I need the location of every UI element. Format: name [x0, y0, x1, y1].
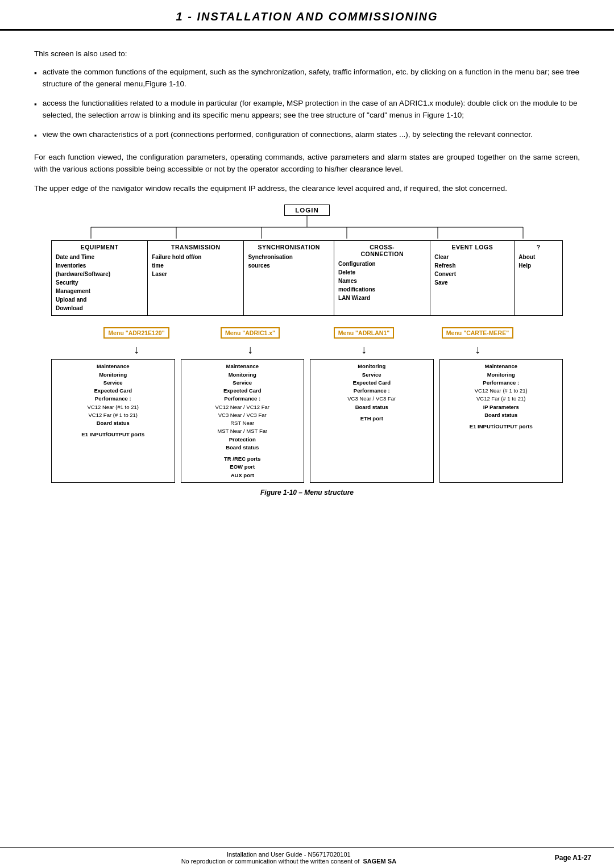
card-carte: Maintenance Monitoring Performance : VC1… [439, 359, 563, 483]
equipment-item-2: Inventories(hardware/Software) [56, 261, 143, 278]
eventlogs-item-3: Convert [434, 270, 510, 278]
carte-vc12far: VC12 Far (# 1 to 21) [445, 395, 558, 403]
eventlogs-item-1: Clear [434, 253, 510, 261]
carte-label: Menu "CARTE-MERE" [442, 327, 513, 339]
arrow-1: ↓ [80, 343, 193, 356]
adric-expectedcard: Expected Card [186, 387, 300, 395]
bottom-section: Maintenance Monitoring Service Expected … [51, 359, 563, 483]
adric-auxport: AUX port [186, 471, 300, 479]
eventlogs-item-2: Refresh [434, 261, 510, 270]
adric-label: Menu "ADRIC1.x" [221, 327, 280, 339]
adric-rstnear: RST Near [186, 419, 300, 427]
menu-col-sync: SYNCHRONISATION Synchronisationsources [244, 241, 334, 316]
adric-maintenance: Maintenance [186, 362, 300, 370]
page: 1 - INSTALLATION AND COMMISSIONING This … [0, 0, 614, 868]
carte-ipparams: IP Parameters [445, 403, 558, 411]
diagram-wrapper: LOGIN [51, 205, 563, 502]
login-row: LOGIN [51, 205, 563, 216]
carte-boardstatus: Board status [445, 411, 558, 419]
adrlan-expectedcard: Expected Card [315, 379, 429, 387]
adrlan-service: Service [315, 371, 429, 379]
login-connector-svg [51, 216, 563, 239]
sync-item-1: Synchronisationsources [248, 253, 330, 270]
arrow-4: ↓ [421, 343, 534, 356]
adric-vc12: VC12 Near / VC12 Far [186, 403, 300, 411]
equipment-item-1: Date and Time [56, 253, 143, 261]
adric-trports: TR /REC ports [186, 455, 300, 463]
para-2: The upper edge of the navigator window r… [34, 182, 580, 195]
adr21-performance: Performance : [56, 395, 170, 403]
help-title: ? [518, 244, 558, 251]
adr21-e1ports: E1 INPUT/OUTPUT ports [56, 431, 170, 439]
adr21-vc12far: VC12 Far (# 1 to 21) [56, 411, 170, 419]
adric-eowport: EOW port [186, 463, 300, 471]
adric-vc3: VC3 Near / VC3 Far [186, 411, 300, 419]
menu-col-transmission: TRANSMISSION Failure hold off/ontime Las… [148, 241, 244, 316]
equipment-item-3: Security [56, 278, 143, 287]
card-adric: Maintenance Monitoring Service Expected … [181, 359, 305, 483]
figure-caption: Figure 1-10 – Menu structure [51, 489, 563, 496]
cross-item-2: Delete [338, 268, 426, 277]
adrlan-performance: Performance : [315, 387, 429, 395]
cross-item-4: LAN Wizard [338, 294, 426, 302]
para-1: For each function viewed, the configurat… [34, 151, 580, 176]
bullet-text-3: view the own characteristics of a port (… [43, 128, 533, 141]
help-item-2: Help [518, 261, 558, 270]
adr21-boardstatus: Board status [56, 419, 170, 427]
content-area: This screen is also used to: activate th… [0, 31, 614, 519]
cross-item-1: Configuration [338, 260, 426, 268]
card-adrlan: Monitoring Service Expected Card Perform… [310, 359, 434, 483]
menu-col-equipment: EQUIPMENT Date and Time Inventories(hard… [52, 241, 148, 316]
adric-boardstatus: Board status [186, 444, 300, 452]
carte-monitoring: Monitoring [445, 371, 558, 379]
spacer-1 [51, 316, 563, 327]
adric-mst: MST Near / MST Far [186, 427, 300, 435]
bottom-menu-adrlan: Menu "ADRLAN1" [307, 327, 421, 342]
adric-service: Service [186, 379, 300, 387]
equipment-title: EQUIPMENT [56, 244, 143, 251]
eventlogs-item-4: Save [434, 278, 510, 287]
bottom-menus-labels: Menu "ADR21E120" Menu "ADRIC1.x" Menu "A… [51, 327, 563, 342]
adrlan-ethport: ETH port [315, 415, 429, 423]
footer-left: Installation and User Guide - N567170201… [23, 851, 555, 865]
transmission-item-2: Laser [152, 270, 239, 278]
intro-lead: This screen is also used to: [34, 48, 580, 60]
menu-col-cross: CROSS-CONNECTION Configuration Delete Na… [334, 241, 430, 316]
page-footer: Installation and User Guide - N567170201… [0, 847, 614, 868]
transmission-title: TRANSMISSION [152, 244, 239, 251]
menu-table: EQUIPMENT Date and Time Inventories(hard… [51, 240, 563, 316]
adric-performance: Performance : [186, 395, 300, 403]
bullet-list: activate the common functions of the equ… [34, 66, 580, 142]
adr21-vc12near: VC12 Near (#1 to 21) [56, 403, 170, 411]
footer-line2: No reproduction or communication without… [23, 858, 555, 865]
menu-col-help: ? About Help [515, 241, 563, 316]
adrlan-boardstatus: Board status [315, 403, 429, 411]
adrlan-vc3: VC3 Near / VC3 Far [315, 395, 429, 403]
eventlogs-title: EVENT LOGS [434, 244, 510, 251]
help-item-1: About [518, 253, 558, 261]
bullet-item-3: view the own characteristics of a port (… [34, 128, 580, 142]
footer-line1: Installation and User Guide - N567170201… [23, 851, 555, 858]
adric-monitoring: Monitoring [186, 371, 300, 379]
equipment-item-5: Upload andDownload [56, 295, 143, 312]
bottom-menu-adric: Menu "ADRIC1.x" [193, 327, 307, 342]
bottom-menu-carte: Menu "CARTE-MERE" [421, 327, 534, 342]
arrows-row: ↓ ↓ ↓ ↓ [51, 343, 563, 356]
arrow-2: ↓ [193, 343, 307, 356]
arrow-3: ↓ [307, 343, 421, 356]
bullet-text-2: access the functionalities related to a … [43, 97, 580, 122]
adrlan-monitoring: Monitoring [315, 362, 429, 370]
sync-title: SYNCHRONISATION [248, 244, 330, 251]
adr21-expectedcard: Expected Card [56, 387, 170, 395]
diagram-container: LOGIN [34, 205, 580, 502]
footer-right: Page A1-27 [555, 854, 591, 862]
cross-item-3: Namesmodifications [338, 277, 426, 294]
menu-col-eventlogs: EVENT LOGS Clear Refresh Convert Save [430, 241, 515, 316]
carte-e1ports: E1 INPUT/OUTPUT ports [445, 423, 558, 431]
card-adr21: Maintenance Monitoring Service Expected … [51, 359, 175, 483]
cross-title: CROSS-CONNECTION [338, 244, 426, 257]
transmission-item-1: Failure hold off/ontime [152, 253, 239, 270]
bottom-menu-adr21: Menu "ADR21E120" [80, 327, 193, 342]
adr21-service: Service [56, 379, 170, 387]
adr21-monitoring: Monitoring [56, 371, 170, 379]
